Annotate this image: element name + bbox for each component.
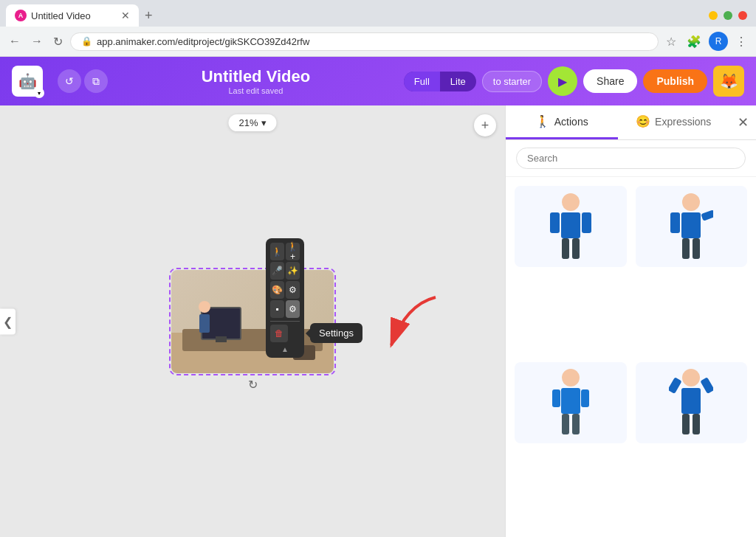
preview-play-button[interactable]: ▶ [548,66,577,96]
svg-rect-10 [701,209,714,221]
forward-button[interactable]: → [28,32,46,51]
address-bar-row: ← → ↻ 🔒 app.animaker.com/editproject/gik… [0,27,756,56]
tab-close-button[interactable]: ✕ [121,10,130,21]
view-lite-button[interactable]: Lite [440,72,476,91]
ctx-chevron-icon[interactable]: ▲ [270,345,300,353]
reload-scene-button[interactable]: ↻ [248,378,258,392]
character-grid [506,177,756,537]
browser-actions: ☆ 🧩 R ⋮ [663,32,750,52]
last-saved-text: Last edit saved [117,86,395,95]
ctx-toggle-button[interactable]: ▪ [270,300,284,318]
actions-tab-label: Actions [554,116,588,128]
ctx-settings-button[interactable]: ⚙ [286,300,300,318]
reload-button[interactable]: ↻ [50,32,66,52]
tab-expressions[interactable]: 😊 Expressions [618,105,730,139]
panel-search [506,140,756,177]
character-card-2[interactable] [636,186,748,267]
ctx-row-4: ▪ ⚙ [270,300,300,318]
panel-close-button[interactable]: ✕ [729,109,756,136]
panel-tabs: 🚶 Actions 😊 Expressions ✕ [506,105,756,140]
ctx-row-3: 🎨 ⚙ [270,281,300,299]
svg-point-7 [682,193,700,211]
ctx-delete-button[interactable]: 🗑 [270,325,288,342]
mascot-icon[interactable]: 🦊 [713,66,744,97]
ctx-effects-button[interactable]: ✨ [286,262,300,280]
expressions-tab-label: Expressions [655,116,711,128]
menu-button[interactable]: ⋮ [732,32,750,52]
app-logo[interactable]: 🤖 ▾ [12,66,43,97]
svg-rect-14 [561,388,580,414]
view-toggle: Full Lite [404,72,476,91]
new-tab-button[interactable]: + [139,8,159,24]
browser-tab[interactable]: A Untitled Video ✕ [6,4,139,27]
red-arrow-indicator [362,290,450,367]
header-nav: ↺ ⧉ [58,69,108,93]
svg-point-13 [562,369,580,387]
ctx-character-button[interactable]: 🚶 [270,243,284,260]
context-menu: 🚶 🚶+ 🎤 ✨ 🎨 ⚙ ▪ ⚙ 🗑 [266,238,304,358]
expressions-tab-icon: 😊 [636,114,650,128]
main-content: 21% ▾ ❮ + [0,105,756,537]
zoom-control[interactable]: 21% ▾ [228,114,276,131]
svg-rect-9 [670,212,680,233]
upgrade-button[interactable]: to starter [482,71,542,92]
zoom-level: 21% [238,117,258,128]
svg-point-19 [682,369,700,387]
copy-button[interactable]: ⧉ [84,69,108,93]
actions-tab-icon: 🚶 [535,114,550,128]
back-button[interactable]: ← [6,32,24,51]
settings-tooltip-text: Settings [319,328,354,339]
zoom-dropdown-icon: ▾ [261,117,267,128]
svg-rect-6 [572,238,580,259]
character-card-4[interactable] [636,362,748,443]
ctx-row-5: 🗑 [270,325,300,342]
close-window-button[interactable] [738,11,747,20]
project-title: Untitled Video [117,67,395,86]
canvas-area: 21% ▾ ❮ + [0,105,505,537]
svg-rect-21 [669,377,682,394]
bookmark-button[interactable]: ☆ [663,32,679,52]
logo-icon: 🤖 [18,72,37,90]
svg-rect-18 [572,414,580,434]
header-controls: Full Lite to starter ▶ Share Publish 🦊 [404,66,744,97]
svg-rect-17 [562,414,569,434]
svg-point-1 [562,193,580,211]
project-title-area: Untitled Video Last edit saved [117,67,395,95]
logo-dropdown-icon: ▾ [34,88,44,98]
profile-button[interactable]: R [709,32,728,51]
svg-rect-2 [561,212,580,238]
publish-button[interactable]: Publish [643,69,707,93]
svg-rect-4 [582,212,591,233]
settings-tooltip: Settings [310,323,362,343]
ctx-voice-button[interactable]: 🎤 [270,262,284,280]
share-button[interactable]: Share [583,69,637,93]
ctx-palette-button[interactable]: 🎨 [270,281,284,299]
svg-rect-8 [681,212,701,238]
view-full-button[interactable]: Full [404,72,440,91]
ctx-divider [270,321,300,322]
search-input[interactable] [516,148,746,169]
maximize-button[interactable] [724,11,732,20]
ctx-add-character-button[interactable]: 🚶+ [286,243,300,260]
url-text: app.animaker.com/editproject/gikSKCO39Zd… [97,36,647,47]
app-header: 🤖 ▾ ↺ ⧉ Untitled Video Last edit saved F… [0,57,756,105]
tab-title: Untitled Video [31,10,91,21]
scene-preview: ↻ [171,270,334,373]
address-bar[interactable]: 🔒 app.animaker.com/editproject/gikSKCO39… [70,32,659,51]
right-panel: 🚶 Actions 😊 Expressions ✕ [505,105,756,537]
undo-button[interactable]: ↺ [58,69,81,93]
svg-rect-12 [693,238,700,259]
ctx-row-1: 🚶 🚶+ [270,243,300,260]
tab-actions[interactable]: 🚶 Actions [506,105,618,139]
ctx-animation-button[interactable]: ⚙ [286,281,300,299]
character-card-3[interactable] [515,362,627,443]
svg-rect-20 [681,388,701,414]
ctx-row-2: 🎤 ✨ [270,262,300,280]
minimize-button[interactable] [709,11,718,20]
character-card-1[interactable] [515,186,627,267]
canvas-content: ↻ 🚶 🚶+ 🎤 ✨ 🎨 ⚙ ▪ ⚙ [0,105,505,537]
tab-favicon: A [15,10,27,21]
extensions-button[interactable]: 🧩 [684,32,704,52]
svg-rect-5 [562,238,569,259]
svg-rect-24 [693,414,700,434]
